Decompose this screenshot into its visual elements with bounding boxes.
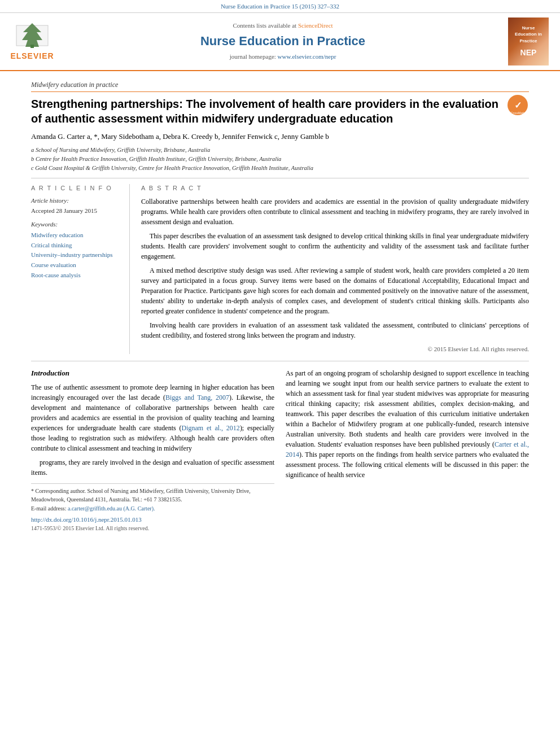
section-label: Midwifery education in practice <box>31 80 529 92</box>
right-para-1: As part of an ongoing program of scholar… <box>286 368 529 480</box>
keyword-2: Critical thinking <box>31 241 121 251</box>
right-col-text: As part of an ongoing program of scholar… <box>286 368 529 480</box>
issn-line: 1471-5953/© 2015 Elsevier Ltd. All right… <box>31 525 274 533</box>
journal-citation: Nurse Education in Practice 15 (2015) 32… <box>221 3 339 10</box>
intro-para-2: programs, they are rarely involved in th… <box>31 457 274 478</box>
sciencedirect-line: Contents lists available at ScienceDirec… <box>64 21 501 30</box>
main-content: Midwifery education in practice ✓ CrossM… <box>0 71 560 538</box>
svg-text:CrossMark: CrossMark <box>511 111 525 115</box>
abstract-heading: A B S T R A C T <box>141 184 529 193</box>
footnote-section: * Corresponding author. School of Nursin… <box>31 483 274 532</box>
body-left-column: Introduction The use of authentic assess… <box>31 368 274 532</box>
keywords-list: Midwifery education Critical thinking Un… <box>31 230 121 280</box>
section-divider <box>31 361 529 361</box>
homepage-line: journal homepage: www.elsevier.com/nepr <box>64 53 501 62</box>
journal-title: Nurse Education in Practice <box>64 32 501 50</box>
email-line: E-mail address: a.carter@griffith.edu.au… <box>31 505 274 513</box>
elsevier-logo-area: ELSEVIER <box>7 18 58 65</box>
journal-cover-area: Nurse Education in Practice NEP <box>508 18 553 65</box>
email-link[interactable]: a.carter@griffith.edu.au (A.G. Carter). <box>68 505 155 512</box>
affiliations: a School of Nursing and Midwifery, Griff… <box>31 146 529 172</box>
introduction-heading: Introduction <box>31 368 274 379</box>
intro-para-1: The use of authentic assessment to promo… <box>31 382 274 453</box>
keyword-5: Root-cause analysis <box>31 270 121 281</box>
journal-title-area: Contents lists available at ScienceDirec… <box>64 18 501 65</box>
affiliation-b: b Centre for Health Practice Innovation,… <box>31 155 529 164</box>
affiliation-a: a School of Nursing and Midwifery, Griff… <box>31 146 529 155</box>
abstract-para-4: Involving health care providers in evalu… <box>141 320 529 340</box>
body-right-column: As part of an ongoing program of scholar… <box>286 368 529 532</box>
crossmark-icon: ✓ CrossMark <box>506 94 529 116</box>
elsevier-tree-icon <box>12 21 53 50</box>
journal-cover-image: Nurse Education in Practice NEP <box>508 18 549 65</box>
keyword-1: Midwifery education <box>31 230 121 241</box>
article-info-heading: A R T I C L E I N F O <box>31 184 121 193</box>
authors-line: Amanda G. Carter a, *, Mary Sidebotham a… <box>31 132 529 142</box>
keywords-label: Keywords: <box>31 220 121 229</box>
article-history-value: Accepted 28 January 2015 <box>31 207 121 216</box>
homepage-link[interactable]: www.elsevier.com/nepr <box>278 53 336 60</box>
crossmark-area: ✓ CrossMark <box>506 94 529 120</box>
keyword-4: Course evaluation <box>31 260 121 270</box>
elsevier-brand-label: ELSEVIER <box>10 50 54 62</box>
abstract-column: A B S T R A C T Collaborative partnershi… <box>141 184 529 354</box>
corresponding-author-note: * Corresponding author. School of Nursin… <box>31 487 274 504</box>
body-section: Introduction The use of authentic assess… <box>31 368 529 532</box>
abstract-para-1: Collaborative partnerships between healt… <box>141 196 529 227</box>
svg-rect-2 <box>30 45 34 48</box>
affiliation-c: c Gold Coast Hospital & Griffith Univers… <box>31 164 529 173</box>
abstract-para-3: A mixed method descriptive study design … <box>141 265 529 316</box>
dignam-link[interactable]: Dignam et al., 2012 <box>181 424 239 432</box>
journal-header: ELSEVIER Contents lists available at Sci… <box>0 13 560 71</box>
article-info-column: A R T I C L E I N F O Article history: A… <box>31 184 130 354</box>
abstract-text: Collaborative partnerships between healt… <box>141 196 529 340</box>
carter-link[interactable]: Carter et al., 2014 <box>286 440 529 458</box>
sciencedirect-link[interactable]: ScienceDirect <box>298 22 333 29</box>
article-title: Strengthening partnerships: The involvem… <box>31 97 529 126</box>
copyright-line: © 2015 Elsevier Ltd. All rights reserved… <box>141 345 529 354</box>
biggs-tang-link[interactable]: Biggs and Tang, 2007 <box>165 394 229 401</box>
introduction-text: The use of authentic assessment to promo… <box>31 382 274 478</box>
article-title-area: ✓ CrossMark Strengthening partnerships: … <box>31 97 529 126</box>
article-history-label: Article history: <box>31 196 121 206</box>
elsevier-logo: ELSEVIER <box>7 21 58 62</box>
keyword-3: University–industry partnerships <box>31 250 121 260</box>
abstract-para-2: This paper describes the evaluation of a… <box>141 231 529 261</box>
article-info-abstract-section: A R T I C L E I N F O Article history: A… <box>31 178 529 354</box>
svg-text:✓: ✓ <box>514 101 522 110</box>
doi-line[interactable]: http://dx.doi.org/10.1016/j.nepr.2015.01… <box>31 516 274 525</box>
journal-top-bar: Nurse Education in Practice 15 (2015) 32… <box>0 0 560 13</box>
